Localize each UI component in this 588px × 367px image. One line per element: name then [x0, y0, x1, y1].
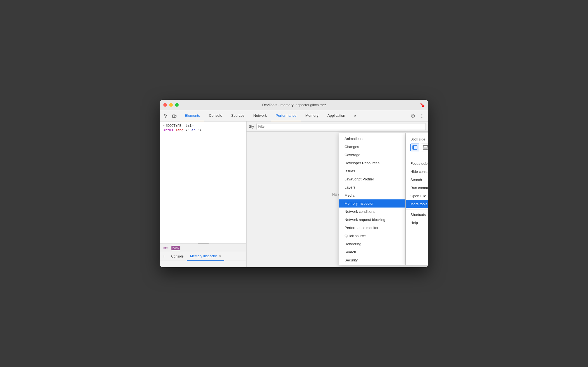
svg-point-2 — [422, 114, 422, 115]
left-panel: <!DOCTYPE html> <html lang =" en "> html… — [160, 121, 247, 267]
dock-icons — [410, 144, 428, 151]
menu-item-developer-resources[interactable]: Developer Resources — [339, 159, 405, 167]
menu-item-search[interactable]: Search — [339, 248, 405, 256]
menu-item-javascript-profiler[interactable]: JavaScript Profiler — [339, 175, 405, 183]
settings-item-hide-console-drawer[interactable]: Hide console drawer Esc — [406, 168, 428, 176]
settings-item-open-file[interactable]: Open File ⌘P — [406, 192, 428, 200]
settings-item-focus-debuggee[interactable]: Focus debuggee — [406, 159, 428, 168]
styles-label: Sty — [249, 124, 254, 128]
svg-point-3 — [422, 115, 422, 116]
maximize-button[interactable] — [175, 103, 179, 107]
close-button[interactable] — [163, 103, 167, 107]
settings-menu: Dock side — [406, 133, 428, 265]
code-line-2: <html lang =" en "> — [160, 128, 246, 133]
menu-item-changes[interactable]: Changes — [339, 143, 405, 151]
tab-application[interactable]: Application — [323, 110, 350, 121]
drawer-tab-console[interactable]: Console — [168, 252, 187, 261]
svg-point-4 — [422, 117, 422, 118]
select-element-icon[interactable] — [162, 112, 169, 120]
title-bar-actions: ↘ — [420, 101, 425, 109]
menu-item-network-request-blocking[interactable]: Network request blocking — [339, 216, 405, 224]
breadcrumb-html[interactable]: html — [162, 246, 170, 250]
menu-item-security[interactable]: Security — [339, 256, 405, 263]
settings-item-run-command[interactable]: Run command ⌘⇧P — [406, 184, 428, 192]
menu-item-issues[interactable]: Issues — [339, 167, 405, 175]
minimize-button[interactable] — [169, 103, 173, 107]
tab-sources[interactable]: Sources — [227, 110, 249, 121]
svg-rect-1 — [175, 115, 176, 117]
menu-item-quick-source[interactable]: Quick source — [339, 232, 405, 240]
dock-side-label: Dock side — [410, 137, 428, 141]
settings-item-search[interactable]: Search ⌘⌥F — [406, 176, 428, 184]
tab-network[interactable]: Network — [249, 110, 271, 121]
tab-memory[interactable]: Memory — [301, 110, 323, 121]
toolbar-tabs: Elements Console Sources Network Perform… — [180, 110, 361, 121]
breadcrumb: html body — [160, 244, 246, 252]
breadcrumb-body[interactable]: body — [171, 246, 180, 250]
tab-elements[interactable]: Elements — [180, 110, 204, 121]
bottom-drawer: ⋮ Console Memory Inspector ✕ — [160, 252, 246, 267]
svg-rect-8 — [423, 147, 428, 149]
tab-performance[interactable]: Performance — [271, 110, 301, 121]
traffic-lights — [163, 103, 179, 107]
menu-item-media[interactable]: Media — [339, 191, 405, 199]
settings-item-shortcuts[interactable]: Shortcuts — [406, 211, 428, 219]
drawer-tab-memory-inspector[interactable]: Memory Inspector ✕ — [187, 252, 224, 261]
settings-item-help[interactable]: Help ▶ — [406, 219, 428, 227]
menu-item-rendering[interactable]: Rendering — [339, 240, 405, 248]
toolbar-right — [407, 110, 428, 121]
more-tools-dropdown: Animations Changes Coverage Developer Re… — [339, 133, 428, 265]
menu-item-performance-monitor[interactable]: Performance monitor — [339, 224, 405, 232]
tab-more[interactable]: » — [350, 110, 360, 121]
more-options-icon[interactable] — [418, 112, 426, 120]
toolbar-icons — [160, 110, 180, 121]
more-tools-menu: Animations Changes Coverage Developer Re… — [339, 133, 406, 265]
menu-item-animations[interactable]: Animations — [339, 135, 405, 143]
menu-item-memory-inspector[interactable]: Memory Inspector — [339, 199, 405, 208]
dock-icon-left[interactable] — [410, 144, 419, 151]
window-title: DevTools - memory-inspector.glitch.me/ — [262, 103, 326, 107]
dock-icon-bottom[interactable] — [421, 144, 428, 151]
title-bar: DevTools - memory-inspector.glitch.me/ ↘ — [160, 100, 428, 110]
menu-item-layers[interactable]: Layers — [339, 183, 405, 191]
menu-item-network-conditions[interactable]: Network conditions — [339, 208, 405, 216]
tab-console[interactable]: Console — [204, 110, 227, 121]
svg-rect-0 — [173, 115, 175, 118]
code-line-1: <!DOCTYPE html> — [160, 124, 246, 128]
settings-item-more-tools[interactable]: More tools ▶ — [406, 200, 428, 208]
dock-side-section: Dock side — [406, 135, 428, 157]
settings-icon[interactable] — [409, 112, 417, 120]
drawer-tabs: ⋮ Console Memory Inspector ✕ — [160, 252, 246, 261]
drawer-menu-icon[interactable]: ⋮ — [160, 252, 168, 261]
settings-divider-2 — [406, 209, 428, 209]
code-area: <!DOCTYPE html> <html lang =" en "> — [160, 121, 246, 243]
menu-item-coverage[interactable]: Coverage — [339, 151, 405, 159]
device-toolbar-icon[interactable] — [171, 112, 178, 120]
right-panel: Sty No op Animations Changes — [247, 121, 428, 267]
main-area: <!DOCTYPE html> <html lang =" en "> html… — [160, 121, 428, 267]
devtools-window: DevTools - memory-inspector.glitch.me/ ↘… — [160, 100, 428, 267]
settings-divider-1 — [406, 158, 428, 158]
devtools-toolbar: Elements Console Sources Network Perform… — [160, 110, 428, 121]
red-arrow-icon: ↘ — [420, 101, 425, 109]
styles-header: Sty — [247, 121, 428, 132]
filter-input[interactable] — [256, 123, 426, 130]
svg-rect-6 — [413, 146, 414, 149]
drawer-tab-close-icon[interactable]: ✕ — [219, 254, 221, 258]
